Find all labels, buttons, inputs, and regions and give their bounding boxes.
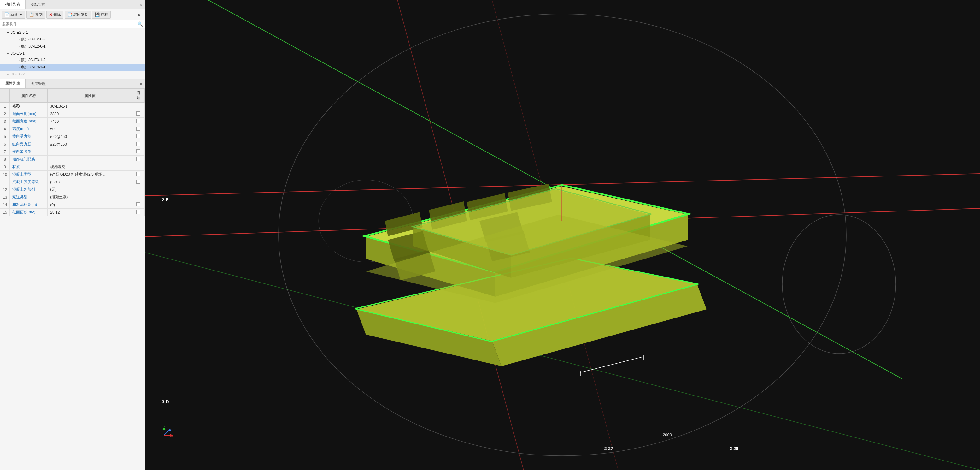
- tree-item-jce3-1-2[interactable]: （顶）JC-E3-1-2: [0, 56, 145, 64]
- tab-component-list[interactable]: 构件列表: [0, 0, 25, 9]
- property-attach-cell: [132, 103, 145, 110]
- properties-section: 属性列表 图层管理 × 属性名称 属性值 附加 1名称JC-E3-1-12截面长…: [0, 79, 145, 470]
- table-row[interactable]: 4高度(mm)500: [0, 125, 145, 133]
- property-attach-cell: [132, 171, 145, 178]
- property-name-cell: 相对底标高(m): [10, 201, 48, 209]
- tab-layer-mgmt[interactable]: 图层管理: [25, 80, 51, 88]
- axis-label-2e: 2-E: [162, 197, 169, 202]
- property-value-cell[interactable]: (混凝土泵): [48, 193, 132, 201]
- viewport-3d[interactable]: 2-E 3-D 2-27 2000 2-26 Y X: [145, 0, 980, 470]
- property-name-cell: 材质: [10, 163, 48, 171]
- col-row-num: [0, 89, 10, 103]
- table-row[interactable]: 2截面长度(mm)3800: [0, 110, 145, 118]
- tree-label-jce2-6-2: （顶）JC-E2-6-2: [17, 37, 46, 42]
- property-value-cell[interactable]: 现浇混凝土: [48, 163, 132, 171]
- property-value-cell[interactable]: 500: [48, 125, 132, 133]
- table-row[interactable]: 8顶部柱间配筋: [0, 156, 145, 163]
- search-bar: 🔍: [0, 20, 145, 28]
- table-row[interactable]: 1名称JC-E3-1-1: [0, 103, 145, 110]
- property-value-cell[interactable]: (碎石 GD20 粗砂水泥42.5 现场...: [48, 171, 132, 178]
- save-button[interactable]: 💾 存档: [92, 11, 111, 19]
- property-value-cell[interactable]: ⌀20@150: [48, 140, 132, 148]
- tree-item-jce2-6-1[interactable]: （底）JC-E2-6-1: [0, 43, 145, 50]
- table-row[interactable]: 14相对底标高(m)(0): [0, 201, 145, 209]
- component-section: 构件列表 图纸管理 × 📄 新建 ▼ 📋 复制 ✖ 删除 📑 层间复制: [0, 0, 145, 79]
- property-attach-cell: [132, 156, 145, 163]
- table-row[interactable]: 9材质现浇混凝土: [0, 163, 145, 171]
- property-value-cell[interactable]: (0): [48, 201, 132, 209]
- property-attach-cell: [132, 110, 145, 118]
- tab-attr-list[interactable]: 属性列表: [0, 79, 25, 88]
- property-name-cell: 短向加强筋: [10, 148, 48, 156]
- property-checkbox[interactable]: [136, 172, 140, 176]
- property-attach-cell: [132, 133, 145, 140]
- table-row[interactable]: 6纵向受力筋⌀20@150: [0, 140, 145, 148]
- component-tab-bar: 构件列表 图纸管理 ×: [0, 0, 145, 10]
- property-checkbox[interactable]: [136, 119, 140, 123]
- delete-button[interactable]: ✖ 删除: [46, 11, 64, 19]
- table-row[interactable]: 15截面面积(m2)28.12: [0, 209, 145, 216]
- tree-item-jce3-1-1[interactable]: （底）JC-E3-1-1: [0, 64, 145, 71]
- floor-copy-icon: 📑: [67, 12, 72, 17]
- property-checkbox[interactable]: [136, 134, 140, 138]
- property-checkbox[interactable]: [136, 202, 140, 206]
- table-row[interactable]: 5横向受力筋⌀20@150: [0, 133, 145, 140]
- floor-copy-button[interactable]: 📑 层间复制: [65, 11, 91, 19]
- property-value-cell[interactable]: 28.12: [48, 209, 132, 216]
- search-icon[interactable]: 🔍: [137, 21, 143, 27]
- col-prop-value: 属性值: [48, 89, 132, 103]
- property-checkbox[interactable]: [136, 157, 140, 161]
- tree-label-jce3-1-1: （底）JC-E3-1-1: [17, 65, 46, 70]
- component-section-close[interactable]: ×: [137, 2, 145, 8]
- tree-label-jce3-1: JC-E3-1: [11, 51, 25, 56]
- left-panel: 构件列表 图纸管理 × 📄 新建 ▼ 📋 复制 ✖ 删除 📑 层间复制: [0, 0, 145, 470]
- property-name-cell: 名称: [10, 103, 48, 110]
- properties-table-wrapper: 属性名称 属性值 附加 1名称JC-E3-1-12截面长度(mm)38003截面…: [0, 89, 145, 470]
- props-tab-bar: 属性列表 图层管理 ×: [0, 79, 145, 89]
- property-value-cell[interactable]: [48, 156, 132, 163]
- property-attach-cell: [132, 186, 145, 193]
- tree-item-jce3-2[interactable]: ▼ JC-E3-2: [0, 71, 145, 77]
- tree-arrow-jce3-1: ▼: [6, 52, 11, 55]
- property-attach-cell: [132, 209, 145, 216]
- property-name-cell: 混凝土类型: [10, 171, 48, 178]
- property-value-cell[interactable]: 7400: [48, 118, 132, 125]
- tree-item-jce3-1[interactable]: ▼ JC-E3-1: [0, 50, 145, 56]
- property-name-cell: 混凝土强度等级: [10, 178, 48, 186]
- table-row[interactable]: 7短向加强筋: [0, 148, 145, 156]
- property-checkbox[interactable]: [136, 210, 140, 214]
- property-name-cell: 高度(mm): [10, 125, 48, 133]
- property-attach-cell: [132, 193, 145, 201]
- delete-icon: ✖: [49, 12, 52, 17]
- table-row[interactable]: 12混凝土外加剂(无): [0, 186, 145, 193]
- property-value-cell[interactable]: (C30): [48, 178, 132, 186]
- tree-item-jce2-5-1[interactable]: ▼ JC-E2-5-1: [0, 29, 145, 36]
- copy-button[interactable]: 📋 复制: [27, 11, 45, 19]
- property-checkbox[interactable]: [136, 112, 140, 116]
- property-name-cell: 混凝土外加剂: [10, 186, 48, 193]
- property-checkbox[interactable]: [136, 180, 140, 184]
- new-button[interactable]: 📄 新建 ▼: [2, 11, 25, 19]
- toolbar-more-btn[interactable]: ▶: [136, 12, 143, 18]
- tree-item-jce2-6-2[interactable]: （顶）JC-E2-6-2: [0, 36, 145, 43]
- table-row[interactable]: 11混凝土强度等级(C30): [0, 178, 145, 186]
- property-value-cell[interactable]: 3800: [48, 110, 132, 118]
- svg-marker-39: [162, 427, 165, 430]
- props-section-close[interactable]: ×: [137, 81, 145, 87]
- property-value-cell[interactable]: JC-E3-1-1: [48, 103, 132, 110]
- 3d-svg: [145, 0, 980, 470]
- table-row[interactable]: 10混凝土类型(碎石 GD20 粗砂水泥42.5 现场...: [0, 171, 145, 178]
- search-input[interactable]: [2, 22, 137, 26]
- copy-icon: 📋: [29, 12, 34, 17]
- property-value-cell[interactable]: ⌀20@150: [48, 133, 132, 140]
- property-attach-cell: [132, 178, 145, 186]
- property-checkbox[interactable]: [136, 142, 140, 146]
- tab-drawing-mgmt[interactable]: 图纸管理: [25, 0, 51, 9]
- table-row[interactable]: 3截面宽度(mm)7400: [0, 118, 145, 125]
- axis-label-3d: 3-D: [162, 399, 169, 404]
- property-value-cell[interactable]: [48, 148, 132, 156]
- property-value-cell[interactable]: (无): [48, 186, 132, 193]
- property-checkbox[interactable]: [136, 127, 140, 131]
- property-checkbox[interactable]: [136, 149, 140, 153]
- table-row[interactable]: 13泵送类型(混凝土泵): [0, 193, 145, 201]
